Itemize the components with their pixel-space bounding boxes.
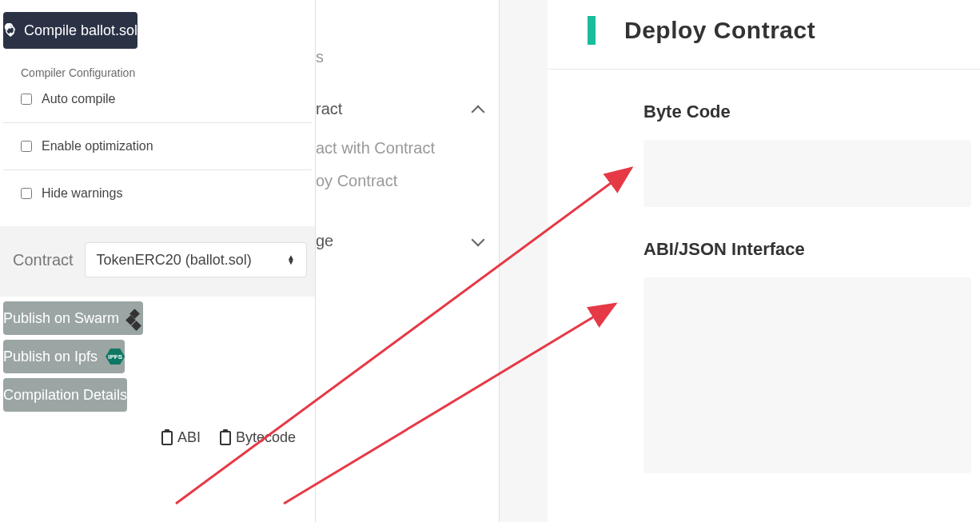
middle-section-label: ract [316,100,342,118]
publish-ipfs-button[interactable]: Publish on Ipfs IPFS [3,340,125,373]
compiler-panel: Compile ballot.sol Compiler Configuratio… [0,0,316,522]
contract-select-value: TokenERC20 (ballot.sol) [97,252,252,269]
deploy-panel: Deploy Contract Byte Code ABI/JSON Inter… [548,0,980,522]
refresh-icon [3,23,18,38]
bytecode-link-label: Bytecode [236,429,296,446]
config-label: Compiler Configuration [0,60,315,82]
enable-optimization-label: Enable optimization [42,139,153,153]
middle-section-other[interactable]: ge [316,227,499,255]
abi-link[interactable]: ABI [161,429,201,446]
swarm-icon [127,310,143,326]
compilation-details-label: Compilation Details [3,387,127,404]
separator-panel [500,0,548,522]
publish-swarm-label: Publish on Swarm [3,310,119,327]
bottom-links: ABI Bytecode [0,416,315,446]
divider [3,169,312,170]
deploy-header: Deploy Contract [548,0,980,70]
middle-partial-text: s [316,43,499,71]
middle-item-interact[interactable]: act with Contract [316,134,499,162]
clipboard-icon [220,431,231,445]
middle-section-label: ge [316,232,333,250]
enable-optimization-row[interactable]: Enable optimization [0,130,315,163]
middle-item-deploy[interactable]: oy Contract [316,167,499,195]
bytecode-link[interactable]: Bytecode [220,429,296,446]
chevron-down-icon [472,233,485,246]
bytecode-input[interactable] [643,140,971,207]
abi-link-label: ABI [177,429,201,446]
abi-section: ABI/JSON Interface [548,207,980,473]
chevron-up-icon [472,105,485,118]
publish-ipfs-label: Publish on Ipfs [3,349,98,365]
contract-select[interactable]: TokenERC20 (ballot.sol) ▲▼ [85,242,307,277]
contract-label: Contract [3,251,74,269]
auto-compile-row[interactable]: Auto compile [0,82,315,116]
accent-bar [588,16,596,45]
bytecode-title: Byte Code [643,102,980,122]
middle-nav-panel: s ract act with Contract oy Contract ge [316,0,500,522]
select-arrows-icon: ▲▼ [287,255,295,265]
bytecode-section: Byte Code [548,70,980,207]
ipfs-icon: IPFS [106,349,125,365]
abi-title: ABI/JSON Interface [643,239,980,260]
contract-selector-row: Contract TokenERC20 (ballot.sol) ▲▼ [0,226,315,297]
hide-warnings-checkbox[interactable] [21,188,32,199]
compile-button-label: Compile ballot.sol [24,22,137,39]
publish-swarm-button[interactable]: Publish on Swarm [3,301,143,335]
enable-optimization-checkbox[interactable] [21,141,32,152]
deploy-title: Deploy Contract [624,17,815,44]
compilation-details-button[interactable]: Compilation Details [3,378,127,412]
clipboard-icon [161,431,173,445]
compile-button[interactable]: Compile ballot.sol [3,12,137,49]
hide-warnings-row[interactable]: Hide warnings [0,177,315,210]
divider [3,122,312,123]
middle-section-contract[interactable]: ract [316,95,499,123]
hide-warnings-label: Hide warnings [42,186,122,201]
auto-compile-label: Auto compile [42,92,116,106]
abi-input[interactable] [643,277,971,473]
auto-compile-checkbox[interactable] [21,94,32,105]
